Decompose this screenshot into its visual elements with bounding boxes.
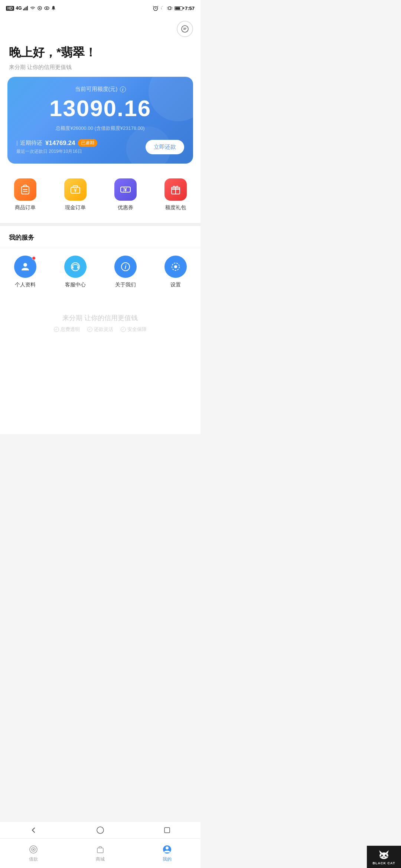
info-icon[interactable]: i [120,86,126,92]
status-left: HD 4G [6,6,56,11]
moon-icon [160,6,165,11]
svg-point-30 [23,263,27,267]
slogan-tag-1: ✓ 息费透明 [54,326,80,333]
section-divider [0,223,200,226]
cash-label: 现金订单 [65,204,86,211]
battery-icon [175,6,183,10]
svg-text:i: i [124,264,126,270]
coupon-icon: ¥ [114,178,137,201]
about-label: 关于我们 [115,282,136,288]
gift-icon [164,178,187,201]
service-item-profile[interactable]: 个人资料 [0,256,50,288]
svg-text:¥: ¥ [74,187,77,193]
credit-total: 总额度¥26000.00 (含借款额度¥23178.00) [16,125,184,132]
greeting-subtitle: 来分期 让你的信用更值钱 [9,64,192,71]
svg-text:¥: ¥ [124,187,127,193]
status-bar: HD 4G 7:57 [0,0,200,16]
about-icon: i [114,256,137,278]
svg-rect-19 [22,187,29,194]
orders-label: 商品订单 [15,204,36,211]
svg-rect-32 [72,266,74,269]
menu-item-cash[interactable]: ¥ 现金订单 [50,178,100,211]
vibrate-icon [167,6,172,11]
gift-label: 额度礼包 [165,204,186,211]
svg-rect-2 [26,7,27,11]
alarm-icon [153,6,158,11]
message-button[interactable] [177,21,193,37]
footer-slogan: 来分期 让你的信用更值钱 ✓ 息费透明 ✓ 还款灵活 ✓ 安全保障 [0,299,200,340]
quick-menu: 商品订单 ¥ 现金订单 ¥ 优惠券 额度礼包 [0,171,200,220]
support-icon [64,256,87,278]
menu-item-orders[interactable]: 商品订单 [0,178,50,211]
credit-bottom: | 近期待还 ¥14769.24 已逾期 最近一次还款日 2019年10月16日… [16,139,184,155]
settings-label: 设置 [170,282,181,288]
wifi-icon [30,6,36,10]
svg-point-7 [46,7,48,9]
services-title: 我的服务 [0,233,200,248]
slogan-tag-3: ✓ 安全保障 [121,326,147,333]
service-item-support[interactable]: 客服中心 [50,256,100,288]
profile-label: 个人资料 [15,282,36,288]
svg-rect-0 [23,9,24,10]
svg-point-5 [39,7,40,9]
cash-icon: ¥ [64,178,87,201]
credit-card: 当前可用额度(元) i 13090.16 总额度¥26000.00 (含借款额度… [7,77,193,164]
overdue-badge: 已逾期 [78,139,97,147]
slogan-tag-2: ✓ 还款灵活 [87,326,113,333]
pay-button[interactable]: 立即还款 [146,140,184,154]
profile-icon [14,256,36,278]
service-item-settings[interactable]: 设置 [150,256,200,288]
services-grid: 个人资料 客服中心 i 关于我们 设置 [0,254,200,290]
bell-icon [51,6,56,11]
network-signal: 4G [16,6,22,11]
due-amount: ¥14769.24 [45,139,75,147]
status-right: 7:57 [153,6,195,11]
credit-due: | 近期待还 ¥14769.24 已逾期 最近一次还款日 2019年10月16日 [16,139,97,155]
svg-rect-1 [25,8,26,10]
message-icon-area [0,16,200,37]
check-icon-1: ✓ [54,327,59,332]
slogan-main: 来分期 让你的信用更值钱 [7,313,193,322]
settings-icon [164,256,187,278]
svg-point-16 [182,26,188,32]
service-item-about[interactable]: i 关于我们 [100,256,150,288]
support-label: 客服中心 [65,282,86,288]
notification-dot [32,256,36,260]
credit-label: 当前可用额度(元) i [16,86,184,93]
svg-rect-3 [27,6,28,10]
hd-badge: HD [6,6,14,11]
menu-item-coupon[interactable]: ¥ 优惠券 [100,178,150,211]
greeting-title: 晚上好，*翡翠！ [9,45,192,61]
coupon-label: 优惠券 [118,204,133,211]
signal-bars-icon [23,6,28,10]
time-display: 7:57 [185,6,195,11]
nfc-icon [37,6,42,10]
menu-item-gift[interactable]: 额度礼包 [150,178,200,211]
due-date: 最近一次还款日 2019年10月16日 [16,148,97,155]
main-content: 晚上好，*翡翠！ 来分期 让你的信用更值钱 当前可用额度(元) i 13090.… [0,16,200,434]
svg-rect-11 [169,7,171,10]
due-label: | 近期待还 [16,139,42,147]
message-icon [181,25,189,33]
credit-amount: 13090.16 [16,95,184,121]
svg-rect-33 [77,266,79,269]
slogan-tags: ✓ 息费透明 ✓ 还款灵活 ✓ 安全保障 [7,326,193,333]
orders-icon [14,178,36,201]
eye-icon [44,6,50,10]
greeting-section: 晚上好，*翡翠！ 来分期 让你的信用更值钱 [0,37,200,77]
credit-due-top: | 近期待还 ¥14769.24 已逾期 [16,139,97,147]
check-icon-2: ✓ [87,327,92,332]
services-section: 我的服务 个人资料 客服中心 i [0,226,200,299]
check-icon-3: ✓ [121,327,126,332]
svg-point-36 [174,265,177,268]
services-divider [0,248,200,248]
